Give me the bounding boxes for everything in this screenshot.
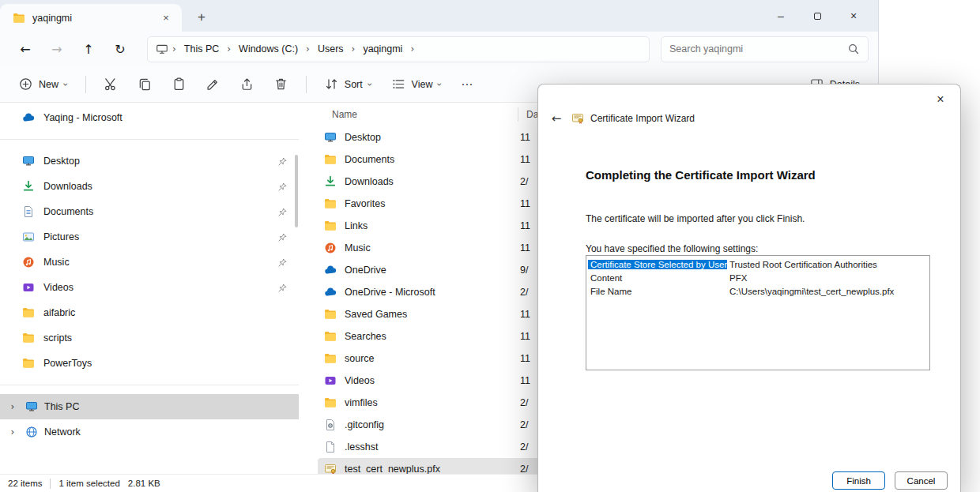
dialog-buttons: Finish Cancel bbox=[538, 471, 960, 490]
folder-icon bbox=[22, 332, 35, 344]
sidebar-divider bbox=[0, 139, 299, 140]
toolbar-divider bbox=[306, 76, 307, 93]
folder-icon bbox=[324, 197, 337, 210]
paste-icon bbox=[172, 77, 187, 92]
sidebar-item-this-pc[interactable]: › This PC bbox=[0, 394, 299, 419]
close-button[interactable]: × bbox=[835, 0, 872, 32]
sidebar-item-documents[interactable]: Documents bbox=[0, 199, 299, 224]
dialog-close-button[interactable]: × bbox=[927, 89, 954, 110]
breadcrumb-separator: › bbox=[406, 43, 418, 54]
breadcrumb-separator: › bbox=[168, 43, 180, 54]
item-count: 22 items bbox=[8, 479, 42, 488]
view-button[interactable]: View › bbox=[384, 71, 450, 98]
sidebar-item-network[interactable]: › Network bbox=[0, 419, 299, 445]
window-controls: – × bbox=[763, 0, 872, 32]
settings-row[interactable]: Content PFX bbox=[588, 271, 928, 284]
dialog-back-button[interactable]: ← bbox=[548, 111, 565, 126]
sidebar-item-onedrive-account[interactable]: Yaqing - Microsoft bbox=[0, 105, 299, 130]
folder-icon bbox=[324, 153, 337, 166]
sidebar-item-downloads[interactable]: Downloads bbox=[0, 174, 299, 199]
chevron-down-icon: › bbox=[435, 82, 446, 86]
chevron-down-icon: › bbox=[60, 82, 71, 86]
toolbar-divider bbox=[85, 76, 86, 93]
rename-button[interactable] bbox=[198, 71, 228, 98]
up-button[interactable]: ↑ bbox=[73, 36, 104, 62]
maximize-button[interactable] bbox=[799, 0, 835, 32]
folder-icon bbox=[324, 308, 337, 321]
setting-value: PFX bbox=[727, 273, 749, 283]
delete-button[interactable] bbox=[266, 71, 296, 98]
share-icon bbox=[239, 77, 254, 92]
copy-icon bbox=[138, 77, 153, 92]
cut-button[interactable] bbox=[96, 71, 126, 98]
sidebar-scrollbar[interactable] bbox=[295, 155, 298, 227]
address-bar[interactable]: › This PC › Windows (C:) › Users › yaqin… bbox=[147, 36, 650, 62]
pin-icon bbox=[277, 232, 288, 242]
setting-key[interactable]: File Name bbox=[588, 287, 727, 296]
document-icon bbox=[22, 205, 35, 218]
column-divider[interactable] bbox=[518, 107, 518, 122]
new-tab-button[interactable]: + bbox=[190, 6, 213, 29]
sidebar-divider bbox=[0, 385, 299, 385]
settings-row[interactable]: File Name C:\Users\yaqingmi\test_cert_ne… bbox=[588, 284, 928, 298]
more-options-button[interactable]: ⋯ bbox=[454, 71, 481, 98]
sidebar-item-pictures[interactable]: Pictures bbox=[0, 224, 299, 250]
settings-label: You have specified the following setting… bbox=[586, 243, 758, 254]
wizard-heading: Completing the Certificate Import Wizard bbox=[586, 168, 816, 182]
sidebar-item-desktop[interactable]: Desktop bbox=[0, 148, 299, 174]
sort-button[interactable]: Sort › bbox=[317, 71, 379, 98]
breadcrumb-item[interactable]: yaqingmi bbox=[359, 41, 406, 57]
folder-icon bbox=[324, 396, 337, 409]
back-button[interactable]: ← bbox=[9, 36, 41, 62]
search-input[interactable] bbox=[669, 43, 847, 54]
cut-icon bbox=[104, 77, 119, 92]
copy-button[interactable] bbox=[130, 71, 160, 98]
pin-icon bbox=[277, 207, 288, 217]
this-pc-icon bbox=[156, 43, 168, 55]
selection-size: 2.81 KB bbox=[128, 479, 160, 488]
trash-icon bbox=[273, 77, 288, 92]
folder-icon bbox=[324, 330, 337, 343]
sidebar-item-videos[interactable]: Videos bbox=[0, 275, 299, 300]
settings-list[interactable]: Certificate Store Selected by User Trust… bbox=[586, 255, 930, 370]
setting-value: C:\Users\yaqingmi\test_cert_newplus.pfx bbox=[727, 287, 896, 296]
minimize-button[interactable]: – bbox=[763, 0, 799, 32]
maximize-icon bbox=[814, 13, 821, 20]
picture-icon bbox=[22, 231, 35, 243]
setting-key-highlighted[interactable]: Certificate Store Selected by User bbox=[588, 260, 727, 269]
folder-icon bbox=[13, 12, 25, 24]
download-icon bbox=[22, 180, 35, 193]
sidebar-item-music[interactable]: Music bbox=[0, 250, 299, 275]
cancel-button[interactable]: Cancel bbox=[895, 471, 948, 490]
finish-button[interactable]: Finish bbox=[832, 471, 885, 490]
cloud-icon bbox=[324, 264, 337, 276]
chevron-right-icon[interactable]: › bbox=[6, 401, 19, 412]
breadcrumb-separator: › bbox=[348, 43, 360, 54]
view-icon bbox=[391, 77, 406, 92]
video-icon bbox=[324, 374, 337, 387]
new-button[interactable]: New › bbox=[11, 71, 75, 98]
breadcrumb-item[interactable]: This PC bbox=[180, 41, 223, 57]
refresh-button[interactable]: ↻ bbox=[104, 36, 136, 62]
new-icon bbox=[18, 77, 33, 92]
monitor-icon bbox=[324, 131, 337, 144]
column-header-name[interactable]: Name bbox=[332, 109, 357, 120]
forward-button[interactable]: → bbox=[41, 36, 73, 62]
breadcrumb-item[interactable]: Windows (C:) bbox=[235, 41, 302, 57]
paste-button[interactable] bbox=[164, 71, 194, 98]
dialog-title: Certificate Import Wizard bbox=[590, 113, 695, 124]
share-button[interactable] bbox=[232, 71, 262, 98]
wizard-intro-text: The certificate will be imported after y… bbox=[586, 213, 805, 224]
sidebar-item-powertoys[interactable]: PowerToys bbox=[0, 351, 299, 376]
search-box[interactable] bbox=[661, 36, 869, 62]
setting-key[interactable]: Content bbox=[588, 273, 727, 283]
explorer-tab[interactable]: yaqingmi × bbox=[0, 4, 182, 32]
sidebar-item-aifabric[interactable]: aifabric bbox=[0, 300, 299, 325]
search-icon bbox=[847, 43, 860, 55]
tab-close-button[interactable]: × bbox=[156, 9, 175, 27]
sidebar-item-scripts[interactable]: scripts bbox=[0, 325, 299, 351]
chevron-right-icon[interactable]: › bbox=[6, 426, 19, 438]
breadcrumb-item[interactable]: Users bbox=[314, 41, 348, 57]
setting-value: Trusted Root Certification Authorities bbox=[727, 260, 880, 269]
settings-row[interactable]: Certificate Store Selected by User Trust… bbox=[588, 257, 928, 271]
